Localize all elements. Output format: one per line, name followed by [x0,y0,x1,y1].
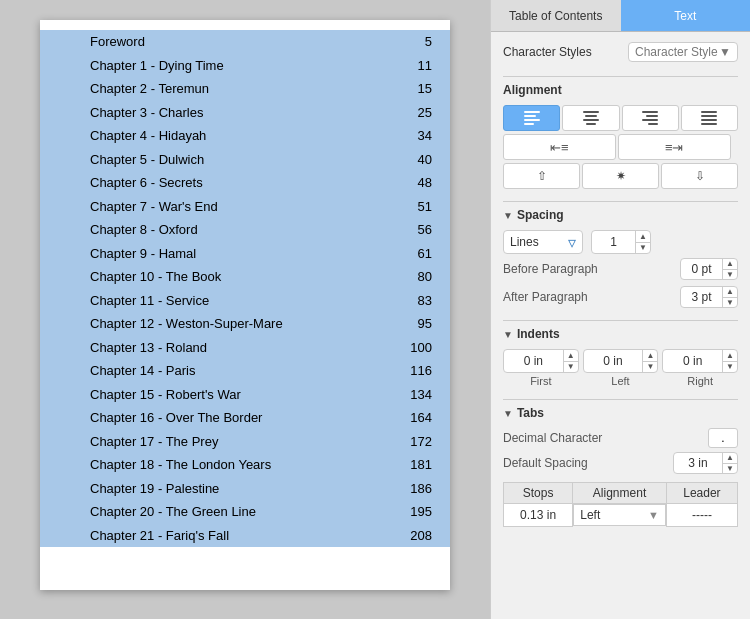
toc-item[interactable]: Chapter 1 - Dying Time11 [40,54,450,78]
toc-item[interactable]: Chapter 10 - The Book80 [40,265,450,289]
toc-item[interactable]: Chapter 7 - War's End51 [40,195,450,219]
indent-left-stepper[interactable]: ▲ ▼ [642,350,657,372]
valign-top-button[interactable]: ⇧ [503,163,580,189]
indents-header: ▼ Indents [503,327,738,341]
before-paragraph-up-button[interactable]: ▲ [723,259,737,270]
toc-item[interactable]: Chapter 5 - Dulwich40 [40,148,450,172]
toc-page: 25 [402,103,432,123]
default-spacing-down[interactable]: ▼ [723,464,737,474]
default-spacing-stepper[interactable]: ▲ ▼ [722,453,737,473]
before-paragraph-down-button[interactable]: ▼ [723,270,737,280]
indent-right-spinner[interactable]: 0 in ▲ ▼ [662,349,738,373]
before-paragraph-spinner[interactable]: 0 pt ▲ ▼ [680,258,738,280]
character-styles-value: Character Style [635,45,718,59]
svg-rect-11 [648,123,658,125]
svg-rect-15 [701,123,717,125]
before-paragraph-label: Before Paragraph [503,262,680,276]
indent-first-stepper[interactable]: ▲ ▼ [563,350,578,372]
indent-first-down[interactable]: ▼ [564,362,578,373]
decimal-character-value[interactable]: . [708,428,738,448]
default-spacing-spinner[interactable]: 3 in ▲ ▼ [673,452,738,474]
indents-triangle: ▼ [503,329,513,340]
stop-alignment: Left ▼ [573,504,666,526]
default-spacing-up[interactable]: ▲ [723,453,737,464]
alignment-row-3: ⇧ ✷ ⇩ [503,163,738,189]
valign-middle-button[interactable]: ✷ [582,163,659,189]
toc-item[interactable]: Chapter 14 - Paris116 [40,359,450,383]
toc-item[interactable]: Chapter 21 - Fariq's Fall208 [40,524,450,548]
spacing-value-spinner[interactable]: 1 ▲ ▼ [591,230,651,254]
indent-left-col: 0 in ▲ ▼ Left [583,349,659,387]
toc-title: Chapter 4 - Hidayah [90,126,402,146]
toc-item[interactable]: Chapter 4 - Hidayah34 [40,124,450,148]
toc-item[interactable]: Chapter 11 - Service83 [40,289,450,313]
svg-rect-12 [701,111,717,113]
tabs-header: ▼ Tabs [503,406,738,420]
stop-value: 0.13 in [504,504,573,527]
chevron-down-icon: ▼ [719,45,731,59]
after-paragraph-spinner[interactable]: 3 pt ▲ ▼ [680,286,738,308]
col-alignment: Alignment [573,483,667,504]
indent-left-down[interactable]: ▼ [643,362,657,373]
indent-right-stepper[interactable]: ▲ ▼ [722,350,737,372]
toc-page: 40 [402,150,432,170]
toc-item[interactable]: Chapter 3 - Charles25 [40,101,450,125]
svg-rect-3 [524,123,534,125]
align-justify-button[interactable] [681,105,738,131]
toc-page: 208 [402,526,432,546]
spacing-down-button[interactable]: ▼ [636,243,650,254]
valign-bottom-button[interactable]: ⇩ [661,163,738,189]
svg-rect-7 [586,123,596,125]
svg-rect-13 [701,115,717,117]
indent-right-up[interactable]: ▲ [723,350,737,362]
after-paragraph-row: After Paragraph 3 pt ▲ ▼ [503,286,738,308]
alignment-section: Alignment [503,83,738,189]
before-paragraph-stepper[interactable]: ▲ ▼ [722,259,737,279]
indent-first-col: 0 in ▲ ▼ First [503,349,579,387]
indent-decrease-button[interactable]: ⇤≡ [503,134,616,160]
tab-toc[interactable]: Table of Contents [491,0,621,31]
toc-item[interactable]: Foreword5 [40,30,450,54]
toc-page: 195 [402,502,432,522]
toc-item[interactable]: Chapter 6 - Secrets48 [40,171,450,195]
indent-left-spinner[interactable]: 0 in ▲ ▼ [583,349,659,373]
tabs-stops-table: Stops Alignment Leader 0.13 in Left ▼ --… [503,482,738,527]
toc-item[interactable]: Chapter 2 - Teremun15 [40,77,450,101]
indent-right-down[interactable]: ▼ [723,362,737,373]
indent-first-up[interactable]: ▲ [564,350,578,362]
toc-item[interactable]: Chapter 18 - The London Years181 [40,453,450,477]
spacing-up-button[interactable]: ▲ [636,231,650,243]
after-paragraph-stepper[interactable]: ▲ ▼ [722,287,737,307]
toc-item[interactable]: Chapter 19 - Palestine186 [40,477,450,501]
toc-item[interactable]: Chapter 16 - Over The Border164 [40,406,450,430]
indent-first-spinner[interactable]: 0 in ▲ ▼ [503,349,579,373]
align-left-button[interactable] [503,105,560,131]
toc-item[interactable]: Chapter 15 - Robert's War134 [40,383,450,407]
tabs-stop-row[interactable]: 0.13 in Left ▼ ----- [504,504,738,527]
toc-item[interactable]: Chapter 13 - Roland100 [40,336,450,360]
panel-content: Character Styles Character Style ▼ Align… [491,32,750,619]
indent-left-label: Left [611,375,629,387]
after-paragraph-up-button[interactable]: ▲ [723,287,737,298]
align-center-button[interactable] [562,105,619,131]
toc-item[interactable]: Chapter 12 - Weston-Super-Mare95 [40,312,450,336]
after-paragraph-down-button[interactable]: ▼ [723,298,737,308]
indent-increase-button[interactable]: ≡⇥ [618,134,731,160]
indent-right-col: 0 in ▲ ▼ Right [662,349,738,387]
before-paragraph-value: 0 pt [681,262,722,276]
toc-item[interactable]: Chapter 20 - The Green Line195 [40,500,450,524]
toc-item[interactable]: Chapter 8 - Oxford56 [40,218,450,242]
spacing-type-dropdown[interactable]: Lines ▿ [503,230,583,254]
indent-right-label: Right [687,375,713,387]
align-right-button[interactable] [622,105,679,131]
indent-left-up[interactable]: ▲ [643,350,657,362]
character-styles-select[interactable]: Character Style ▼ [628,42,738,62]
tab-bar: Table of Contents Text [491,0,750,32]
indent-first-value: 0 in [504,354,563,368]
toc-page: 186 [402,479,432,499]
spacing-stepper[interactable]: ▲ ▼ [635,231,650,253]
toc-page: 164 [402,408,432,428]
tab-text[interactable]: Text [621,0,751,31]
toc-item[interactable]: Chapter 17 - The Prey172 [40,430,450,454]
toc-item[interactable]: Chapter 9 - Hamal61 [40,242,450,266]
